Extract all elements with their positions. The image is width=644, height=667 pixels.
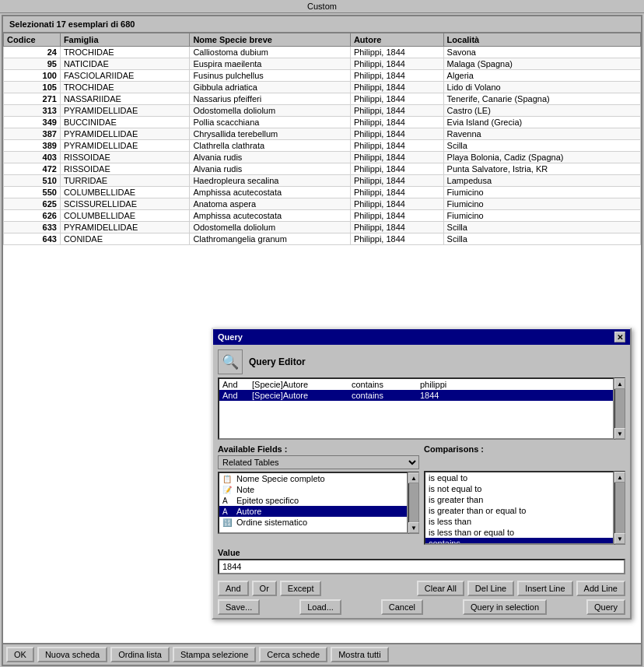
field-item[interactable]: 🔢 Ordine sistematico [219, 517, 407, 528]
table-row[interactable]: 100FASCIOLARIIDAEFusinus pulchellusPhili… [4, 70, 641, 82]
table-cell: Philippi, 1844 [350, 82, 443, 93]
table-row[interactable]: 313PYRAMIDELLIDAEOdostomella doliolumPhi… [4, 105, 641, 117]
value-input[interactable] [218, 559, 625, 574]
field-item[interactable]: A Epiteto specifico [219, 495, 407, 506]
table-row[interactable]: 625SCISSURELLIDAEAnatoma asperaPhilippi,… [4, 198, 641, 210]
cond-field: [Specie]Autore [252, 380, 345, 389]
field-icon: A [222, 507, 233, 516]
table-cell: 387 [4, 128, 61, 140]
conditions-scrollbar[interactable]: ▲ ▼ [614, 377, 625, 440]
comparisons-scrollbar[interactable]: ▲ ▼ [614, 471, 625, 545]
table-cell: NATICIDAE [60, 58, 190, 70]
comparison-item[interactable]: is not equal to [425, 483, 613, 494]
condition-row[interactable]: And [Specie]Autore contains philippi [219, 379, 613, 390]
table-container[interactable]: CodiceFamigliaNome Specie breveAutoreLoc… [3, 33, 641, 336]
table-row[interactable]: 24TROCHIDAECalliostoma dubiumPhilippi, 1… [4, 47, 641, 58]
query-editor-title: Query Editor [249, 356, 306, 367]
field-name: Autore [236, 507, 261, 516]
table-row[interactable]: 510TURRIDAEHaedropleura secalinaPhilippi… [4, 175, 641, 187]
ok-button[interactable]: OK [6, 647, 34, 662]
table-cell: Euspira maeilenta [190, 58, 351, 70]
table-cell: Fiumicino [443, 187, 640, 198]
fields-scroll-up[interactable]: ▲ [408, 472, 419, 483]
table-cell: Philippi, 1844 [350, 140, 443, 152]
table-cell: Scilla [443, 140, 640, 152]
field-icon: A [222, 497, 233, 505]
or-button[interactable]: Or [252, 581, 277, 596]
table-cell: Philippi, 1844 [350, 198, 443, 210]
query-conditions-list[interactable]: And [Specie]Autore contains philippiAnd … [218, 377, 614, 440]
mostra-tutti-button[interactable]: Mostra tutti [331, 647, 388, 662]
comparison-item[interactable]: is greater than or equal to [425, 505, 613, 516]
related-tables-dropdown[interactable]: Related Tables [218, 455, 419, 469]
fields-comparisons-section: Available Fields : Related Tables 📋 Nome… [213, 444, 630, 548]
field-name: Nome Specie completo [236, 474, 325, 483]
comp-scroll-down[interactable]: ▼ [614, 533, 625, 544]
clear-all-button[interactable]: Clear All [417, 581, 464, 596]
table-cell: 100 [4, 70, 61, 82]
field-item[interactable]: 📝 Note [219, 484, 407, 495]
field-item[interactable]: A Autore [219, 506, 407, 517]
data-table: CodiceFamigliaNome Specie breveAutoreLoc… [3, 33, 641, 245]
comparison-item[interactable]: is equal to [425, 472, 613, 483]
table-row[interactable]: 626COLUMBELLIDAEAmphissa acutecostataPhi… [4, 210, 641, 222]
stampa-selezione-button[interactable]: Stampa selezione [173, 647, 256, 662]
table-row[interactable]: 472RISSOIDAEAlvania rudisPhilippi, 1844P… [4, 163, 641, 175]
del-line-button[interactable]: Del Line [467, 581, 514, 596]
table-cell: Amphissa acutecostata [190, 187, 351, 198]
table-cell: Alvania rudis [190, 163, 351, 175]
table-cell: BUCCINIDAE [60, 117, 190, 128]
table-row[interactable]: 387PYRAMIDELLIDAEChrysallida terebellumP… [4, 128, 641, 140]
cancel-button[interactable]: Cancel [381, 599, 423, 615]
table-cell: Algeria [443, 70, 640, 82]
comparison-item[interactable]: is less than or equal to [425, 527, 613, 538]
table-cell: RISSOIDAE [60, 163, 190, 175]
table-cell: Philippi, 1844 [350, 47, 443, 58]
fields-scrollbar[interactable]: ▲ ▼ [408, 472, 419, 534]
table-row[interactable]: 271NASSARIIDAENassarius pfeifferiPhilipp… [4, 93, 641, 105]
condition-row[interactable]: And [Specie]Autore contains 1844 [219, 390, 613, 401]
comparisons-list[interactable]: is equal tois not equal tois greater tha… [424, 471, 614, 545]
table-row[interactable]: 105TROCHIDAEGibbula adriaticaPhilippi, 1… [4, 82, 641, 93]
bottom-bar: OKNuova schedaOrdina listaStampa selezio… [3, 643, 641, 665]
column-header-nome-specie-breve: Nome Specie breve [190, 33, 351, 47]
cerca-schede-button[interactable]: Cerca schede [259, 647, 327, 662]
table-cell: Philippi, 1844 [350, 93, 443, 105]
query-in-selection-button[interactable]: Query in selection [463, 599, 547, 615]
table-row[interactable]: 643CONIDAEClathromangelia granumPhilippi… [4, 233, 641, 245]
scroll-down-arrow[interactable]: ▼ [614, 428, 625, 439]
fields-list[interactable]: 📋 Nome Specie completo📝 NoteA Epiteto sp… [218, 472, 408, 534]
comparison-item[interactable]: is greater than [425, 494, 613, 505]
and-button[interactable]: And [218, 581, 249, 596]
comp-scroll-up[interactable]: ▲ [614, 472, 625, 483]
insert-line-button[interactable]: Insert Line [517, 581, 572, 596]
comparison-item[interactable]: is less than [425, 516, 613, 527]
add-line-button[interactable]: Add Line [576, 581, 625, 596]
query-button[interactable]: Query [586, 599, 625, 615]
cond-logic: And [222, 380, 246, 389]
table-cell: Alvania rudis [190, 152, 351, 163]
scroll-up-arrow[interactable]: ▲ [614, 378, 625, 389]
table-row[interactable]: 349BUCCINIDAEPollia scacchianaPhilippi, … [4, 117, 641, 128]
table-row[interactable]: 550COLUMBELLIDAEAmphissa acutecostataPhi… [4, 187, 641, 198]
load-button[interactable]: Load... [299, 599, 341, 615]
nuova-scheda-button[interactable]: Nuova scheda [37, 647, 107, 662]
table-row[interactable]: 95NATICIDAEEuspira maeilentaPhilippi, 18… [4, 58, 641, 70]
dialog-close-button[interactable]: ✕ [614, 332, 625, 342]
table-cell: Scilla [443, 222, 640, 233]
app-title: Custom [0, 0, 644, 13]
field-item[interactable]: 📋 Nome Specie completo [219, 473, 407, 484]
table-cell: Odostomella doliolum [190, 222, 351, 233]
table-row[interactable]: 403RISSOIDAEAlvania rudisPhilippi, 1844P… [4, 152, 641, 163]
table-cell: 626 [4, 210, 61, 222]
ordina-lista-button[interactable]: Ordina lista [110, 647, 170, 662]
table-row[interactable]: 633PYRAMIDELLIDAEOdostomella doliolumPhi… [4, 222, 641, 233]
save-button[interactable]: Save... [218, 599, 260, 615]
fields-scroll-down[interactable]: ▼ [408, 522, 419, 533]
fields-scroll-track [409, 483, 418, 522]
table-cell: 313 [4, 105, 61, 117]
table-cell: 633 [4, 222, 61, 233]
except-button[interactable]: Except [280, 581, 322, 596]
table-row[interactable]: 389PYRAMIDELLIDAEClathrella clathrataPhi… [4, 140, 641, 152]
comparison-item[interactable]: contains [425, 538, 613, 545]
